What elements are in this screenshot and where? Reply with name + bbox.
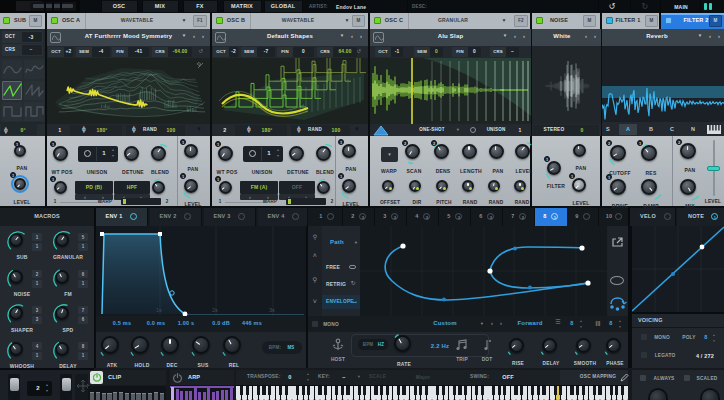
svg-text:2s: 2s bbox=[212, 307, 218, 313]
svg-text:3s: 3s bbox=[269, 307, 275, 313]
